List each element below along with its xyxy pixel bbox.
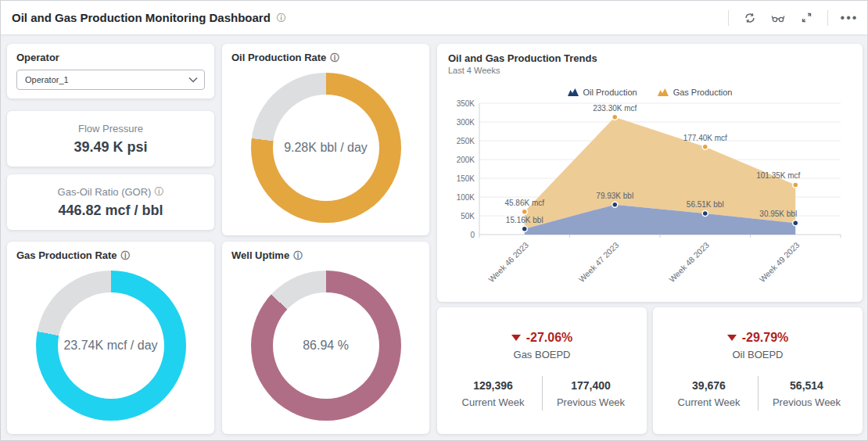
trend-down-icon <box>727 335 737 341</box>
expand-icon[interactable] <box>799 11 813 25</box>
gas-production-info-icon[interactable]: ⓘ <box>121 251 131 260</box>
oil-boepd-change: -29.79% <box>742 331 789 345</box>
oil-data-point <box>522 226 527 231</box>
chart-legend: Oil ProductionGas Production <box>448 88 852 97</box>
gas-production-donut: 23.74K mcf / day <box>36 271 186 421</box>
x-axis-tick-label: Week 47 2023 <box>576 240 620 283</box>
refresh-icon[interactable] <box>743 11 757 25</box>
gas-data-point <box>612 114 618 120</box>
oil-boepd-card: -29.79% Oil BOEPD 39,676 Current Week 56… <box>653 307 863 434</box>
y-axis-tick-label: 300K <box>457 118 475 127</box>
chevron-down-icon <box>188 77 198 83</box>
oil-production-info-icon[interactable]: ⓘ <box>330 53 339 63</box>
gas-production-donut-value: 23.74K mcf / day <box>63 339 157 353</box>
oil-production-donut: 9.28K bbl / day <box>251 73 401 223</box>
y-axis-tick-label: 150K <box>457 174 475 183</box>
stats-divider <box>542 376 543 411</box>
gor-label: Gas-Oil Ratio (GOR) <box>58 186 152 198</box>
oil-boepd-previous-value: 56,514 <box>771 379 843 392</box>
data-point-label: 101.35K mcf <box>756 171 800 180</box>
gas-data-point <box>522 209 527 214</box>
operator-label: Operator <box>16 52 205 63</box>
gas-boepd-title: Gas BOEPD <box>437 349 647 360</box>
flow-pressure-value: 39.49 K psi <box>74 139 147 156</box>
gas-boepd-card: -27.06% Gas BOEPD 129,396 Current Week 1… <box>437 307 647 434</box>
gas-boepd-current-value: 129,396 <box>457 379 529 392</box>
well-uptime-donut: 86.94 % <box>251 271 401 421</box>
operator-filter-card: Operator Operator_1 <box>7 44 214 99</box>
gas-boepd-previous-label: Previous Week <box>555 396 627 408</box>
data-point-label: 233.30K mcf <box>593 104 637 113</box>
oil-production-rate-card: Oil Production Rate ⓘ 9.28K bbl / day <box>222 44 429 235</box>
data-point-label: 56.51K bbl <box>687 200 724 209</box>
operator-selected-value: Operator_1 <box>25 75 69 84</box>
y-axis-tick-label: 350K <box>457 99 475 108</box>
flow-pressure-label: Flow Pressure <box>78 123 143 134</box>
flow-pressure-card: Flow Pressure 39.49 K psi <box>7 111 214 167</box>
oil-boepd-current-value: 39,676 <box>673 379 745 392</box>
gas-boepd-current-label: Current Week <box>457 396 529 408</box>
legend-label: Gas Production <box>673 88 733 97</box>
y-axis-tick-label: 50K <box>461 212 475 220</box>
oil-boepd-previous-label: Previous Week <box>771 396 843 408</box>
y-axis-tick-label: 250K <box>457 137 475 145</box>
legend-item[interactable]: Gas Production <box>658 88 733 97</box>
gas-data-point <box>793 182 798 188</box>
oil-boepd-title: Oil BOEPD <box>653 349 863 360</box>
gas-production-rate-title: Gas Production Rate <box>16 249 117 261</box>
trend-down-icon <box>511 335 521 341</box>
oil-production-rate-title: Oil Production Rate <box>231 52 326 63</box>
y-axis-tick-label: 100K <box>457 193 475 202</box>
oil-data-point <box>702 210 708 216</box>
gas-data-point <box>702 144 708 149</box>
gas-boepd-previous-value: 177,400 <box>555 379 627 392</box>
more-ellipsis-icon[interactable]: ••• <box>842 11 856 25</box>
legend-label: Oil Production <box>583 88 637 97</box>
y-axis-tick-label: 200K <box>457 156 475 164</box>
glasses-icon[interactable] <box>771 11 785 25</box>
data-point-label: 79.93K bbl <box>596 192 633 200</box>
oil-data-point <box>612 202 618 207</box>
header-divider <box>827 10 828 26</box>
dashboard-frame: Oil and Gas Production Monitoring Dashbo… <box>0 0 868 441</box>
well-uptime-donut-value: 86.94 % <box>303 339 349 353</box>
x-axis-tick-label: Week 48 2023 <box>667 240 711 283</box>
well-uptime-card: Well Uptime ⓘ 86.94 % <box>222 242 429 434</box>
well-uptime-title: Well Uptime <box>231 249 289 261</box>
data-point-label: 15.16K bbl <box>506 216 543 224</box>
gor-value: 446.82 mcf / bbl <box>58 203 163 219</box>
trends-title: Oil and Gas Production Trends <box>448 52 597 64</box>
oil-data-point <box>793 220 798 226</box>
y-axis-tick-label: 0 <box>470 231 475 239</box>
trends-card: Oil and Gas Production Trends Last 4 Wee… <box>437 44 863 302</box>
trends-subtitle: Last 4 Weeks <box>448 66 852 75</box>
gor-card: Gas-Oil Ratio (GOR) ⓘ 446.82 mcf / bbl <box>7 174 214 230</box>
legend-item[interactable]: Oil Production <box>568 88 637 97</box>
x-axis-tick-label: Week 49 2023 <box>757 240 801 283</box>
area-series-icon <box>658 88 669 96</box>
data-point-label: 30.95K bbl <box>759 210 797 218</box>
oil-boepd-current-label: Current Week <box>673 396 745 408</box>
data-point-label: 45.86K mcf <box>504 199 544 207</box>
x-axis-tick-label: Week 46 2023 <box>486 240 530 283</box>
trends-area-chart: 050K100K150K200K250K300K350K45.86K mcf15… <box>448 97 852 286</box>
gas-production-rate-card: Gas Production Rate ⓘ 23.74K mcf / day <box>7 242 214 434</box>
well-uptime-info-icon[interactable]: ⓘ <box>293 251 303 260</box>
gas-boepd-change: -27.06% <box>526 331 573 345</box>
data-point-label: 177.40K mcf <box>683 134 727 142</box>
gor-info-icon[interactable]: ⓘ <box>154 187 163 196</box>
title-info-icon[interactable]: ⓘ <box>277 13 286 23</box>
area-series-icon <box>568 88 579 96</box>
header-divider <box>728 10 729 26</box>
stats-divider <box>758 376 759 411</box>
oil-production-donut-value: 9.28K bbl / day <box>284 141 368 155</box>
page-title: Oil and Gas Production Monitoring Dashbo… <box>12 11 271 24</box>
header-bar: Oil and Gas Production Monitoring Dashbo… <box>1 1 867 35</box>
operator-select[interactable]: Operator_1 <box>16 70 205 90</box>
